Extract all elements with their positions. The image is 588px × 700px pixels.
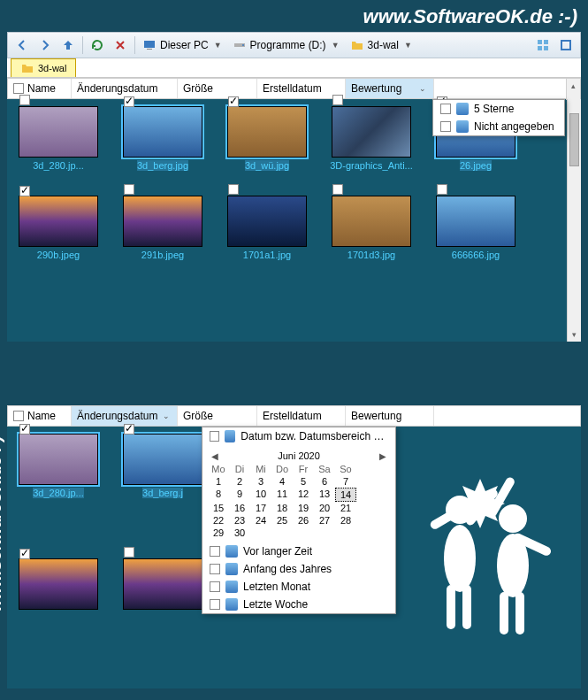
date-filter-header[interactable]: Datum bzw. Datumsbereich ausw... [202,427,395,445]
file-thumb[interactable]: 666666.jpg [431,196,520,260]
checkbox[interactable] [210,564,220,574]
rating-filter-none[interactable]: Nicht angegeben [433,118,564,135]
column-bewertung[interactable]: Bewertung⌄ [346,79,434,98]
calendar-day[interactable]: 10 [250,488,271,502]
chevron-down-icon[interactable]: ⌄ [417,84,428,93]
scroll-up-button[interactable]: ▴ [567,79,580,93]
stop-button[interactable] [110,35,131,56]
column-groesse[interactable]: Größe [178,79,257,98]
select-all-checkbox[interactable] [13,83,24,94]
chevron-down-icon[interactable]: ⌄ [161,412,172,420]
chevron-down-icon[interactable]: ▼ [330,41,341,50]
calendar-day[interactable]: 23 [229,514,250,527]
breadcrumb-folder[interactable]: 3d-wal ▼ [347,38,417,52]
file-thumb[interactable]: 1701d3.jpg [327,196,416,260]
calendar-day[interactable]: 1 [208,475,229,488]
file-thumb[interactable]: 3D-graphics_Anti... [327,106,416,171]
checkbox[interactable] [440,104,451,114]
file-checkbox[interactable] [19,186,30,196]
file-thumb[interactable]: 3d_280.jp... [14,434,103,498]
file-thumb[interactable]: 3d_berg.j [118,434,207,498]
refresh-button[interactable] [87,35,108,56]
calendar-day[interactable]: 6 [314,475,335,488]
file-thumb[interactable]: 290b.jpeg [14,196,103,260]
date-filter-last-month[interactable]: Letzten Monat [202,578,395,596]
calendar-day[interactable]: 5 [293,475,314,488]
calendar-day[interactable]: 2 [229,475,250,488]
vertical-scrollbar[interactable]: ▾ [567,99,581,342]
chevron-down-icon[interactable]: ▼ [402,41,414,50]
file-checkbox[interactable] [19,95,30,105]
calendar-day[interactable]: 9 [229,488,250,502]
calendar-day[interactable]: 11 [271,488,293,502]
calendar-day[interactable]: 27 [314,514,335,527]
file-thumb[interactable] [14,558,103,612]
file-checkbox[interactable] [124,424,134,435]
calendar-day[interactable]: 21 [335,502,356,514]
nav-forward-button[interactable] [34,35,56,56]
nav-back-button[interactable] [11,35,33,56]
file-thumb[interactable] [118,558,207,612]
calendar-day[interactable]: 24 [250,514,271,527]
rating-filter-5stars[interactable]: 5 Sterne [433,100,564,118]
file-thumb[interactable]: 1701a1.jpg [223,196,311,260]
checkbox[interactable] [210,581,220,592]
calendar-day[interactable]: 20 [314,502,335,514]
date-filter-long-ago[interactable]: Vor langer Zeit [202,542,395,560]
calendar-day[interactable]: 25 [271,514,293,527]
calendar-day[interactable]: 22 [208,514,229,527]
file-thumb[interactable]: 3d_wü.jpg [223,106,311,171]
file-thumb[interactable]: 3d_berg.jpg [118,106,207,171]
calendar-day[interactable]: 15 [208,502,229,514]
calendar-day[interactable]: 19 [293,502,314,514]
file-checkbox[interactable] [437,184,447,195]
scroll-thumb[interactable] [569,113,579,166]
breadcrumb-pc[interactable]: Dieser PC ▼ [139,38,227,52]
calendar-day[interactable]: 12 [293,488,314,502]
calendar-day[interactable]: 7 [335,475,356,488]
file-checkbox[interactable] [332,95,343,105]
column-name-2[interactable]: Name [8,406,72,426]
file-checkbox[interactable] [124,96,134,107]
calendar-day[interactable]: 3 [250,475,271,488]
file-thumb[interactable]: 291b.jpeg [118,196,207,260]
checkbox[interactable] [210,546,220,557]
calendar-day[interactable]: 8 [208,488,229,502]
calendar-day[interactable]: 18 [271,502,293,514]
column-groesse-2[interactable]: Größe [178,406,257,426]
date-filter-last-week[interactable]: Letzte Woche [202,596,395,613]
apps-button[interactable] [532,35,554,56]
calendar-prev-button[interactable]: ◀ [211,451,218,461]
file-checkbox[interactable] [228,184,239,195]
tab-folder[interactable]: 3d-wal [11,58,76,77]
checkbox[interactable] [210,599,220,610]
calendar-next-button[interactable]: ▶ [379,451,386,461]
file-checkbox[interactable] [19,549,30,559]
file-checkbox[interactable] [228,96,239,107]
calendar-day[interactable]: 4 [271,475,293,488]
file-checkbox[interactable] [124,184,134,195]
calendar-day[interactable]: 29 [208,527,229,539]
checkbox[interactable] [210,431,219,442]
file-thumb[interactable]: 3d_280.jp... [14,106,103,171]
select-all-checkbox-2[interactable] [13,411,24,421]
chevron-down-icon[interactable]: ▼ [212,41,224,50]
calendar-day[interactable]: 30 [229,527,250,539]
file-checkbox[interactable] [124,547,134,558]
calendar-day[interactable]: 14 [335,488,356,502]
calendar-day[interactable]: 28 [335,514,356,527]
scroll-down-button[interactable]: ▾ [568,327,581,342]
calendar-day[interactable]: 16 [229,502,250,514]
file-checkbox[interactable] [19,424,30,435]
column-name[interactable]: Name [8,79,72,98]
calendar-day[interactable]: 13 [314,488,335,502]
column-bewertung-2[interactable]: Bewertung [346,406,434,426]
calendar-day[interactable]: 26 [293,514,314,527]
checkbox[interactable] [440,121,451,132]
column-erstell-2[interactable]: Erstelldatum [257,406,346,426]
file-checkbox[interactable] [332,184,343,195]
breadcrumb-drive[interactable]: Programme (D:) ▼ [229,38,345,52]
calendar-day[interactable]: 17 [250,502,271,514]
nav-up-button[interactable] [57,35,79,56]
date-filter-year-start[interactable]: Anfang des Jahres [202,560,395,578]
